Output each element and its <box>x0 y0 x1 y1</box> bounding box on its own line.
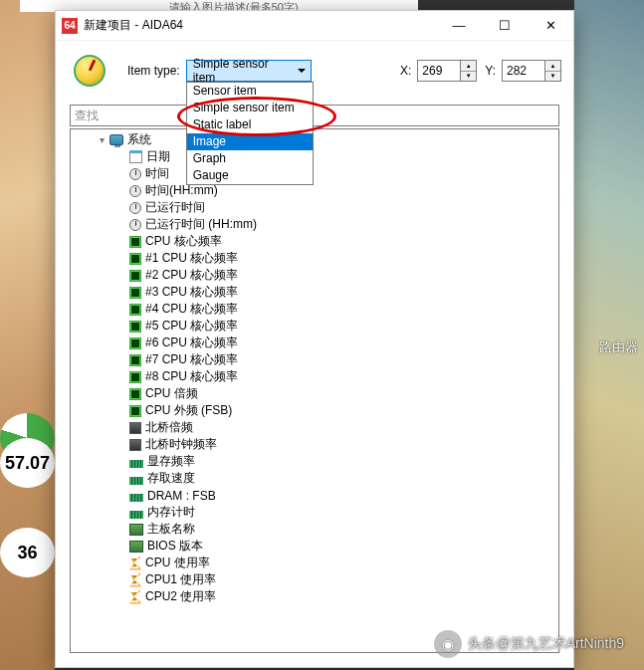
expand-icon[interactable] <box>116 371 127 382</box>
tree-item[interactable]: 时间(HH:mm) <box>71 182 558 199</box>
expand-icon[interactable] <box>116 507 127 518</box>
y-input[interactable] <box>502 60 545 82</box>
maximize-button[interactable]: ☐ <box>482 11 528 41</box>
tree-item-label: 内存计时 <box>147 504 195 521</box>
expand-icon[interactable] <box>116 168 127 179</box>
tree-item[interactable]: #7 CPU 核心频率 <box>71 351 558 368</box>
dropdown-option[interactable]: Simple sensor item <box>187 100 313 116</box>
titlebar[interactable]: 64 新建项目 - AIDA64 — ☐ ✕ <box>56 11 573 41</box>
expand-icon[interactable] <box>116 185 127 196</box>
dropdown-option[interactable]: Gauge <box>187 167 313 184</box>
tree-item-label: BIOS 版本 <box>147 538 203 555</box>
toolbar: Item type: Simple sensor item Sensor ite… <box>56 41 573 101</box>
tree-item-label: CPU 核心频率 <box>145 233 222 250</box>
tree-item[interactable]: 时间 <box>71 165 558 182</box>
expand-icon[interactable] <box>116 270 127 281</box>
tree-item[interactable]: CPU 使用率 <box>71 555 558 571</box>
tree-item[interactable]: 存取速度 <box>71 470 558 487</box>
tree-item-label: 主板名称 <box>147 521 195 538</box>
expand-icon[interactable] <box>116 337 127 348</box>
expand-icon[interactable] <box>116 490 127 501</box>
tree-item[interactable]: 主板名称 <box>71 521 558 538</box>
expand-icon[interactable] <box>116 405 127 416</box>
tree-item-label: 显存频率 <box>147 453 195 470</box>
dropdown-option[interactable]: Graph <box>187 150 313 167</box>
expand-icon[interactable] <box>116 574 127 585</box>
expand-icon[interactable] <box>116 321 127 332</box>
expand-icon[interactable]: ▾ <box>97 134 107 145</box>
tree-item[interactable]: #5 CPU 核心频率 <box>71 318 558 335</box>
y-label: Y: <box>485 64 496 78</box>
tree-item[interactable]: #3 CPU 核心频率 <box>71 284 558 301</box>
tree-item[interactable]: ▾系统 <box>71 131 558 148</box>
sensor-tree[interactable]: ▾系统日期时间时间(HH:mm)已运行时间已运行时间 (HH:mm)CPU 核心… <box>71 129 558 652</box>
item-type-combo[interactable]: Simple sensor item Sensor itemSimple sen… <box>186 60 312 82</box>
cpu-icon <box>129 405 141 417</box>
expand-icon[interactable] <box>116 591 127 602</box>
mb-icon <box>129 541 143 553</box>
expand-icon[interactable] <box>116 473 127 484</box>
chevron-up-icon[interactable]: ▲ <box>545 61 560 72</box>
expand-icon[interactable] <box>116 219 127 230</box>
tree-item[interactable]: 北桥倍频 <box>71 419 558 436</box>
dropdown-option[interactable]: Static label <box>187 116 313 133</box>
expand-icon[interactable] <box>116 236 127 247</box>
hg-icon <box>129 557 141 570</box>
close-button[interactable]: ✕ <box>528 11 573 41</box>
expand-icon[interactable] <box>116 388 127 399</box>
monitor-icon <box>109 134 123 145</box>
dropdown-option[interactable]: Sensor item <box>187 83 313 100</box>
chevron-down-icon[interactable]: ▼ <box>545 72 560 82</box>
tree-item[interactable]: 内存计时 <box>71 504 558 521</box>
expand-icon[interactable] <box>116 524 127 535</box>
expand-icon[interactable] <box>116 422 127 433</box>
tree-item[interactable]: #4 CPU 核心频率 <box>71 301 558 318</box>
tree-item-label: 北桥倍频 <box>145 419 193 436</box>
clock-icon <box>129 168 141 180</box>
tree-item[interactable]: CPU2 使用率 <box>71 588 558 605</box>
search-input[interactable]: 查找 <box>70 105 559 126</box>
x-spinner[interactable]: ▲▼ <box>461 60 477 82</box>
tree-item-label: 时间 <box>145 165 169 182</box>
expand-icon[interactable] <box>116 439 127 450</box>
tree-item-label: 已运行时间 <box>145 199 205 216</box>
tree-item-label: #8 CPU 核心频率 <box>145 368 238 385</box>
dropdown-option[interactable]: Image <box>187 133 313 150</box>
expand-icon[interactable] <box>116 151 127 162</box>
mem-icon <box>129 460 143 468</box>
chevron-down-icon[interactable]: ▼ <box>461 72 476 82</box>
clock-icon <box>129 202 141 214</box>
tree-item[interactable]: 日期 <box>71 148 558 165</box>
expand-icon[interactable] <box>116 202 127 213</box>
minimize-button[interactable]: — <box>436 11 482 41</box>
expand-icon[interactable] <box>116 304 127 315</box>
tree-item[interactable]: #8 CPU 核心频率 <box>71 368 558 385</box>
tree-item[interactable]: CPU 外频 (FSB) <box>71 402 558 419</box>
expand-icon[interactable] <box>116 354 127 365</box>
expand-icon[interactable] <box>116 558 127 568</box>
y-spinner[interactable]: ▲▼ <box>545 60 561 82</box>
tree-item[interactable]: 已运行时间 (HH:mm) <box>71 216 558 233</box>
tree-item[interactable]: #2 CPU 核心频率 <box>71 267 558 284</box>
x-input[interactable] <box>417 60 461 82</box>
clock-icon <box>129 185 141 197</box>
tree-item[interactable]: CPU 倍频 <box>71 385 558 402</box>
tree-item[interactable]: 显存频率 <box>71 453 558 470</box>
tree-item[interactable]: 已运行时间 <box>71 199 558 216</box>
tree-item-label: #7 CPU 核心频率 <box>145 351 238 368</box>
tree-item[interactable]: BIOS 版本 <box>71 538 558 555</box>
tree-item-label: 系统 <box>127 131 151 148</box>
expand-icon[interactable] <box>116 287 127 298</box>
tree-item[interactable]: 北桥时钟频率 <box>71 436 558 453</box>
tree-item[interactable]: CPU 核心频率 <box>71 233 558 250</box>
expand-icon[interactable] <box>116 253 127 264</box>
tree-item[interactable]: #6 CPU 核心频率 <box>71 335 558 351</box>
chevron-up-icon[interactable]: ▲ <box>461 61 476 72</box>
tree-item-label: 已运行时间 (HH:mm) <box>145 216 257 233</box>
expand-icon[interactable] <box>116 456 127 467</box>
tree-item[interactable]: DRAM : FSB <box>71 487 558 504</box>
expand-icon[interactable] <box>116 541 127 552</box>
tree-item[interactable]: #1 CPU 核心频率 <box>71 250 558 267</box>
tree-item-label: CPU 倍频 <box>145 385 198 402</box>
tree-item[interactable]: CPU1 使用率 <box>71 571 558 588</box>
